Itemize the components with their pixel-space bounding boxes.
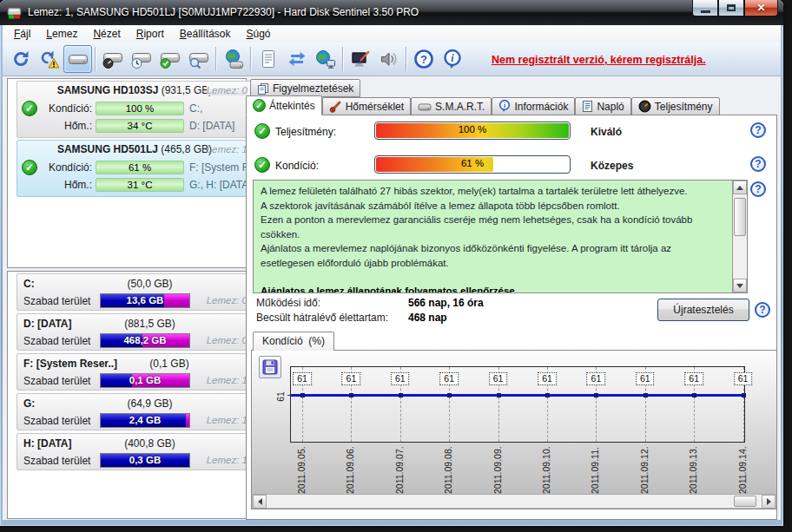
minimize-button[interactable]: [692, 0, 718, 16]
chart-point-label: 61: [439, 372, 459, 385]
tab-information-label: Információk: [514, 101, 568, 113]
globe-disk-icon[interactable]: [219, 45, 248, 73]
chart-x-label: 2011.09.06.: [345, 446, 355, 494]
condition-bar: 100 %: [96, 102, 184, 115]
sync-icon[interactable]: [282, 45, 311, 73]
disk-check-icon[interactable]: [155, 45, 184, 73]
retest-button[interactable]: Újratesztelés: [657, 299, 749, 321]
partition-card-f[interactable]: F: [System Reser..] (0,1 GB) Szabad terü…: [16, 353, 253, 391]
help-icon[interactable]: ?: [750, 122, 766, 138]
chart-x-label: 2011.09.11.: [590, 447, 600, 494]
maximize-button[interactable]: [718, 0, 744, 16]
condition-label: Kondíció:: [35, 161, 92, 174]
free-space-value: 468,2 GB: [101, 334, 189, 347]
uptime-value: 566 nap, 16 óra: [408, 297, 484, 309]
monitor-edit-icon[interactable]: [346, 45, 374, 73]
message-line: A szektorok javításának számából ítélve …: [261, 199, 725, 213]
tab-temperature-label: Hőmérséklet: [346, 101, 404, 113]
lifetime-value: 468 nap: [408, 312, 447, 324]
refresh-icon[interactable]: [6, 45, 35, 73]
scrollbar-thumb[interactable]: [734, 496, 756, 507]
tab-overview[interactable]: ✓ Áttekintés: [246, 95, 322, 115]
help-icon[interactable]: ?: [409, 45, 438, 73]
disk-model: SAMSUNG HD103SJ: [57, 84, 159, 96]
menu-item-help[interactable]: Súgó: [238, 26, 278, 42]
report-icon[interactable]: [254, 45, 282, 73]
chart-point-label: 61: [587, 372, 606, 385]
partition-name: F: [System Reser..]: [23, 358, 117, 370]
condition-label: Kondíció:: [275, 160, 319, 172]
tab-temperature[interactable]: Hőmérséklet: [322, 97, 411, 115]
help-icon[interactable]: ?: [755, 302, 770, 318]
chart-point-label: 61: [734, 372, 753, 385]
info-icon[interactable]: i: [438, 45, 466, 73]
disk-gauge-icon[interactable]: [98, 45, 127, 73]
chart-x-label: 2011.09.08.: [443, 446, 453, 494]
partition-card-h[interactable]: H: [DATA] (400,8 GB) Szabad terület 0,3 …: [16, 433, 253, 470]
close-icon: ✕: [756, 2, 765, 14]
partition-card-d[interactable]: D: [DATA] (881,5 GB) Szabad terület 468,…: [16, 313, 253, 351]
performance-value: 100 %: [375, 124, 570, 135]
disk-search-icon[interactable]: [184, 45, 213, 73]
chart-tab-condition[interactable]: Kondíció (%): [253, 332, 334, 351]
scroll-left-button[interactable]: [253, 495, 267, 509]
tab-smart-label: S.M.A.R.T.: [435, 101, 485, 113]
tab-information[interactable]: i Információk: [492, 97, 575, 115]
free-space-label: Szabad terület: [23, 295, 90, 307]
register-link[interactable]: Nem regisztrált verzió, kérem regisztrál…: [492, 54, 706, 66]
toolbar-separator: [342, 47, 343, 71]
speaker-icon[interactable]: [374, 45, 403, 73]
free-space-label: Szabad terület: [23, 375, 90, 387]
scroll-up-button[interactable]: [733, 181, 747, 194]
free-space-bar: 468,2 GB: [100, 333, 190, 348]
free-space-bar: 2,4 GB: [100, 413, 190, 428]
toolbar-separator: [250, 47, 251, 71]
help-icon[interactable]: ?: [750, 156, 766, 172]
menu-item-file[interactable]: Fájl: [6, 26, 38, 42]
maximize-icon: [727, 4, 736, 11]
help-icon[interactable]: ?: [750, 181, 766, 197]
network-globe-icon[interactable]: [311, 45, 340, 73]
tab-log[interactable]: Napló: [575, 97, 630, 115]
chart-point: [742, 393, 746, 397]
scrollbar-thumb[interactable]: [734, 198, 746, 236]
refresh-warning-icon[interactable]: [35, 45, 63, 73]
close-button[interactable]: ✕: [744, 0, 778, 16]
menu-item-view[interactable]: Nézet: [85, 26, 128, 42]
menu-item-report[interactable]: Riport: [129, 26, 172, 42]
menu-item-disk[interactable]: Lemez: [38, 26, 85, 42]
partition-name: H: [DATA]: [23, 437, 72, 450]
chart-x-label: 2011.09.07.: [394, 446, 405, 494]
window-title: Lemez: 1, SAMSUNG HD501LJ [S0MUJ1MP72293…: [28, 6, 419, 18]
partition-card-c[interactable]: C: (50,0 GB) Szabad terület 13,6 GB Leme…: [16, 273, 253, 311]
main-tabs: ✓ Áttekintés Hőmérséklet S.M.A.R.T. i In…: [246, 95, 720, 115]
menu-item-settings[interactable]: Beállítások: [172, 26, 239, 42]
tab-smart[interactable]: S.M.A.R.T.: [411, 97, 492, 115]
chart-x-labels: 2011.09.05.2011.09.06.2011.09.07.2011.09…: [290, 444, 745, 495]
disk-overview-icon[interactable]: [63, 45, 92, 73]
partition-card-g[interactable]: G: (64,9 GB) Szabad terület 2,4 GB Lemez…: [16, 393, 253, 430]
pages-icon: [257, 82, 269, 95]
disk-card-hd103sj[interactable]: SAMSUNG HD103SJ (931,5 GB) Lemez: 0 ✓ Ko…: [16, 81, 253, 138]
condition-bar: 61 %: [96, 161, 184, 174]
disk-card-hd501lj[interactable]: SAMSUNG HD501LJ (465,8 GB) Lemez: 1 ✓ Ko…: [16, 140, 253, 197]
tab-warnings[interactable]: Figyelmeztetések: [250, 79, 360, 97]
disk-volumes: D: [DATA]: [189, 120, 252, 132]
save-chart-button[interactable]: [259, 356, 281, 378]
condition-label: Kondíció:: [35, 102, 92, 115]
tab-performance[interactable]: Teljesítmény: [631, 97, 720, 115]
svg-text:?: ?: [420, 53, 427, 66]
free-space-label: Szabad terület: [23, 335, 90, 347]
scroll-down-button[interactable]: [733, 279, 747, 292]
chart-x-label: 2011.09.10.: [541, 446, 551, 494]
tab-performance-label: Teljesítmény: [655, 101, 713, 113]
disk-icon: [418, 101, 432, 113]
disk-volumes: F: [System Res: [189, 161, 252, 174]
scroll-right-button[interactable]: [762, 495, 776, 509]
disk-clock-icon[interactable]: [127, 45, 155, 73]
chart-point: [644, 393, 648, 397]
partition-size: (881,5 GB): [96, 318, 204, 330]
temperature-label: Hőm.:: [35, 120, 92, 132]
chart-x-label: 2011.09.12.: [639, 446, 650, 494]
chart-point: [497, 393, 501, 397]
